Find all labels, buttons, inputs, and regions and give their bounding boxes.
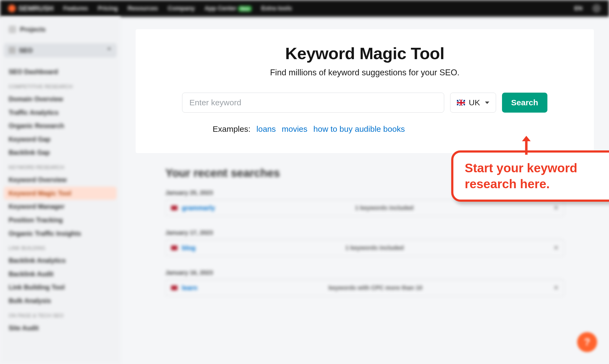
main-content: Keyword Magic Tool Find millions of keyw… [121,17,609,364]
close-icon[interactable]: ✕ [554,244,558,251]
seo-icon [9,47,16,54]
annotation-text: Start your keyword research here. [465,160,609,192]
sidebar: Projects SEO ⌃ SEO Dashboard COMPETITIVE… [0,17,121,364]
sidebar-item-keyword-magic-tool[interactable]: Keyword Magic Tool [4,187,117,200]
sidebar-item-domain-overview[interactable]: Domain Overview [4,92,117,106]
nav-pricing[interactable]: Pricing [98,5,118,12]
country-select[interactable]: UK [450,93,496,113]
recent-heading: Your recent searches [165,167,280,180]
brand-name: SEMRUSH [18,4,53,13]
sidebar-section-link-building: LINK BUILDING [4,240,117,254]
sidebar-projects[interactable]: Projects [4,22,117,37]
recent-keyword[interactable]: grammarly [182,204,215,212]
sidebar-item-link-building-tool[interactable]: Link Building Tool [4,281,117,294]
sidebar-item-keyword-gap[interactable]: Keyword Gap [4,133,117,146]
sidebar-item-site-audit[interactable]: Site Audit [4,321,117,335]
recent-keyword[interactable]: learn [182,284,197,292]
help-fab[interactable]: ? [577,332,597,352]
recent-item: January 16, 2023 learn keywords with CPC… [165,269,564,296]
brand[interactable]: SEMRUSH [8,4,53,13]
keyword-tool-card: Keyword Magic Tool Find millions of keyw… [136,29,594,153]
recent-row[interactable]: grammarly 1 keywords included ✕ [165,200,564,216]
sidebar-item-organic-traffic-insights[interactable]: Organic Traffic Insights [4,227,117,240]
recent-row[interactable]: learn keywords with CPC more than 10 ✕ [165,279,564,296]
sidebar-section-onpage: ON PAGE & TECH SEO [4,308,117,321]
examples-label: Examples: [213,124,250,134]
recent-row[interactable]: blog 1 keywords included ✕ [165,240,564,256]
close-icon[interactable]: ✕ [554,204,558,211]
annotation-arrow-icon [521,135,532,155]
top-nav: SEMRUSH Features Pricing Resources Compa… [0,0,609,17]
chevron-down-icon [485,102,489,104]
sidebar-seo-toggle[interactable]: SEO ⌃ [4,43,117,58]
brand-logo-icon [8,5,16,12]
sidebar-item-organic-research[interactable]: Organic Research [4,119,117,133]
recent-meta: keywords with CPC more than 10 [202,284,549,291]
nav-company[interactable]: Company [168,5,195,12]
flag-icon [171,205,178,210]
example-link-movies[interactable]: movies [282,124,307,134]
sidebar-item-backlink-audit[interactable]: Backlink Audit [4,267,117,281]
sidebar-item-position-tracking[interactable]: Position Tracking [4,213,117,227]
flag-icon [171,285,178,290]
examples-row: Examples: loans movies how to buy audibl… [157,124,572,134]
keyword-input[interactable] [182,93,444,113]
locale-switcher[interactable]: EN [574,5,583,12]
chevron-up-icon: ⌃ [106,46,112,55]
recent-date: January 17, 2023 [165,229,564,236]
search-button[interactable]: Search [502,93,547,113]
annotation-callout: Start your keyword research here. [451,150,609,202]
nav-extra-tools[interactable]: Extra tools [261,5,292,12]
sidebar-item-traffic-analytics[interactable]: Traffic Analytics [4,106,117,119]
projects-icon [9,26,16,33]
sidebar-item-seo-dashboard[interactable]: SEO Dashboard [4,65,117,79]
sidebar-item-backlink-analytics[interactable]: Backlink Analytics [4,254,117,267]
recent-date: January 16, 2023 [165,269,564,276]
sidebar-section-competitive: COMPETITIVE RESEARCH [4,79,117,92]
sidebar-seo-label: SEO [19,46,33,55]
sidebar-item-bulk-analysis[interactable]: Bulk Analysis [4,294,117,308]
sidebar-item-backlink-gap[interactable]: Backlink Gap [4,146,117,159]
page-title: Keyword Magic Tool [157,44,572,63]
nav-resources[interactable]: Resources [128,5,158,12]
search-row: UK Search [157,93,572,113]
flag-icon [171,245,178,250]
close-icon[interactable]: ✕ [554,284,558,291]
user-avatar-icon[interactable] [592,4,601,13]
recent-meta: 1 keywords included [220,204,549,211]
country-label: UK [469,98,480,107]
page-subtitle: Find millions of keyword suggestions for… [157,68,572,77]
recent-keyword[interactable]: blog [182,244,196,252]
nav-app-center[interactable]: App Center New [205,5,252,12]
sidebar-section-keyword: KEYWORD RESEARCH [4,159,117,173]
recent-meta: 1 keywords included [200,244,549,251]
example-link-loans[interactable]: loans [256,124,276,134]
recent-item: January 17, 2023 blog 1 keywords include… [165,229,564,256]
nav-features[interactable]: Features [63,5,88,12]
new-badge: New [238,6,252,12]
sidebar-projects-label: Projects [20,25,46,34]
example-link-audible[interactable]: how to buy audible books [313,124,405,134]
sidebar-item-keyword-manager[interactable]: Keyword Manager [4,200,117,213]
sidebar-item-keyword-overview[interactable]: Keyword Overview [4,173,117,187]
flag-uk-icon [457,100,465,106]
